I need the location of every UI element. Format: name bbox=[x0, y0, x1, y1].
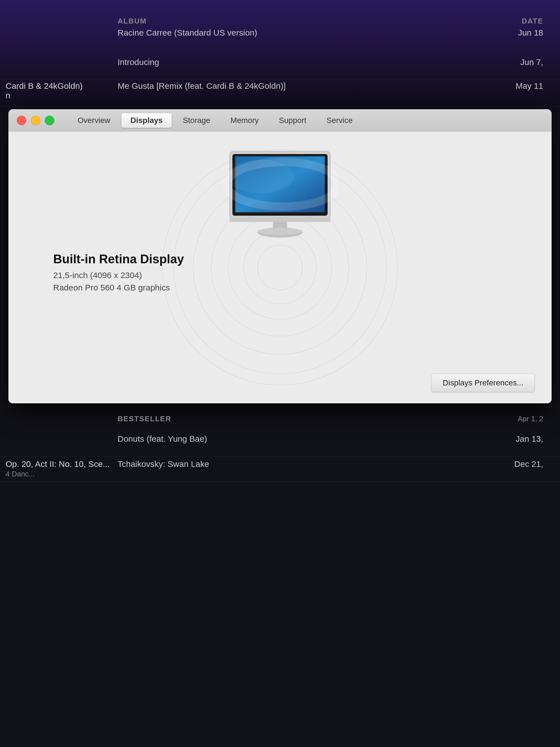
row2-album: Introducing bbox=[117, 57, 159, 67]
bottom-music-row-2: Op. 20, Act II: No. 10, Sce... 4 Danc...… bbox=[0, 459, 560, 482]
bottom-row2-artist-line1: Op. 20, Act II: No. 10, Sce... bbox=[6, 459, 110, 469]
tab-overview[interactable]: Overview bbox=[68, 113, 119, 128]
bottom-row1-date: Jan 13, bbox=[516, 434, 543, 444]
displays-preferences-button[interactable]: Displays Preferences... bbox=[431, 374, 535, 392]
column-album-header: ALBUM bbox=[117, 17, 147, 25]
bottom-music-row-1: Donuts (feat. Yung Bae) Jan 13, bbox=[0, 434, 560, 457]
column-date-header: DATE bbox=[522, 17, 543, 25]
tab-memory[interactable]: Memory bbox=[221, 113, 268, 128]
tab-service[interactable]: Service bbox=[317, 113, 362, 128]
display-size: 21,5-inch (4096 x 2304) bbox=[53, 271, 540, 280]
svg-point-15 bbox=[258, 228, 302, 235]
tab-bar: Overview Displays Storage Memory Support… bbox=[68, 113, 543, 128]
close-button[interactable] bbox=[17, 116, 26, 125]
music-row-1: Racine Carree (Standard US version) Jun … bbox=[0, 28, 560, 50]
bottom-row1-album: Donuts (feat. Yung Bae) bbox=[117, 434, 207, 444]
display-title: Built-in Retina Display bbox=[53, 252, 540, 266]
display-info: Built-in Retina Display 21,5-inch (4096 … bbox=[20, 252, 540, 295]
tab-support[interactable]: Support bbox=[270, 113, 316, 128]
tab-displays[interactable]: Displays bbox=[121, 113, 172, 128]
row3-date: May 11 bbox=[516, 81, 543, 91]
tab-storage[interactable]: Storage bbox=[174, 113, 219, 128]
music-row-2: Introducing Jun 7, bbox=[0, 57, 560, 80]
row3-album: Me Gusta [Remix (feat. Cardi B & 24kGold… bbox=[117, 81, 286, 91]
row2-date: Jun 7, bbox=[520, 57, 543, 67]
bottom-row2-date: Dec 21, bbox=[514, 459, 543, 469]
bestseller-label: BESTSELLER bbox=[117, 415, 171, 423]
imac-illustration-container bbox=[221, 149, 339, 244]
row3-artist-line1: Cardi B & 24kGoldn) bbox=[6, 81, 83, 91]
display-graphics: Radeon Pro 560 4 GB graphics bbox=[53, 283, 540, 292]
row3-artist: Cardi B & 24kGoldn) n bbox=[6, 81, 83, 100]
svg-rect-12 bbox=[230, 217, 330, 222]
row1-album: Racine Carree (Standard US version) bbox=[117, 28, 257, 37]
maximize-button[interactable] bbox=[45, 116, 54, 125]
bottom-row2-album: Tchaikovsky: Swan Lake bbox=[117, 459, 209, 469]
row3-artist-line2: n bbox=[6, 91, 10, 100]
window-buttons bbox=[17, 116, 54, 125]
bottom-bar: Displays Preferences... bbox=[431, 374, 535, 392]
content-area: Built-in Retina Display 21,5-inch (4096 … bbox=[8, 132, 552, 403]
bestseller-date: Apr 1, 2 bbox=[518, 415, 543, 423]
row1-date: Jun 18 bbox=[518, 28, 543, 37]
svg-point-11 bbox=[227, 160, 294, 193]
title-bar: Overview Displays Storage Memory Support… bbox=[8, 109, 552, 132]
bottom-row2-artist: Op. 20, Act II: No. 10, Sce... 4 Danc... bbox=[6, 459, 110, 479]
minimize-button[interactable] bbox=[31, 116, 40, 125]
bottom-row2-artist-line2: 4 Danc... bbox=[6, 470, 35, 478]
imac-svg bbox=[221, 149, 339, 244]
music-row-3: Cardi B & 24kGoldn) n Me Gusta [Remix (f… bbox=[0, 81, 560, 106]
about-this-mac-window: Overview Displays Storage Memory Support… bbox=[8, 109, 552, 403]
